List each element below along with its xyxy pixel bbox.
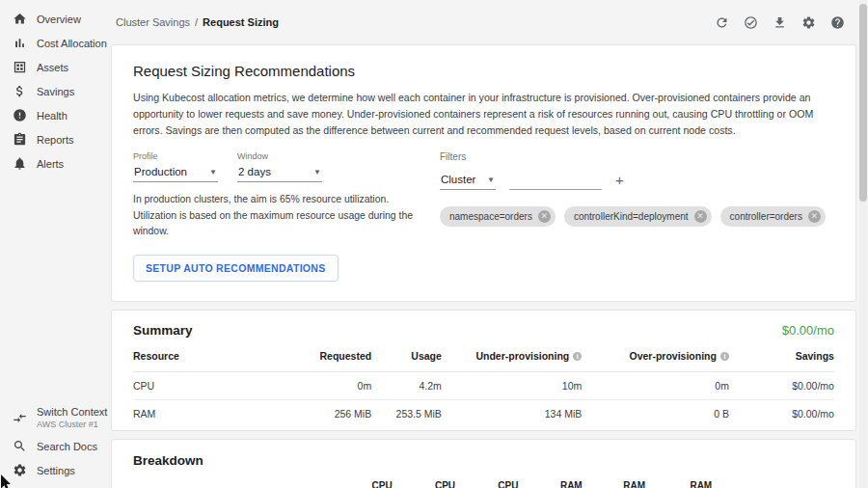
gear-icon[interactable] <box>801 15 816 30</box>
column-savings: Savings <box>729 350 834 362</box>
mouse-cursor <box>0 474 14 488</box>
summary-total-savings: $0.00/mo <box>782 323 834 338</box>
breadcrumb: Cluster Savings/Request Sizing <box>116 16 279 28</box>
summary-title: Summary <box>133 323 193 338</box>
bell-icon <box>13 156 27 171</box>
search-docs-label: Search Docs <box>37 441 97 452</box>
filters-section: Filters Cluster ▼ + namespace=orders ✕ <box>440 151 826 238</box>
download-icon[interactable] <box>773 15 787 30</box>
check-circle-icon[interactable] <box>744 15 758 30</box>
settings-label: Settings <box>37 465 75 476</box>
column-under-provisioning: Under-provisioningi <box>442 350 582 362</box>
breadcrumb-section[interactable]: Cluster Savings <box>116 16 190 28</box>
sidebar-item-health[interactable]: Health <box>0 103 106 127</box>
sidebar-item-overview[interactable]: Overview <box>0 7 106 31</box>
profile-label: Profile <box>133 151 218 161</box>
info-icon[interactable]: i <box>720 352 729 361</box>
sidebar-item-label: Reports <box>37 134 74 146</box>
sidebar-item-label: Overview <box>37 14 81 25</box>
close-icon[interactable]: ✕ <box>808 210 821 223</box>
chevron-down-icon: ▼ <box>209 168 217 176</box>
window-label: Window <box>237 151 322 161</box>
breakdown-title: Breakdown <box>133 453 834 468</box>
filter-chip: namespace=orders ✕ <box>440 206 556 227</box>
setup-auto-recommendations-button[interactable]: SETUP AUTO RECOMMENDATIONS <box>133 255 339 282</box>
sidebar-item-label: Health <box>37 110 68 122</box>
filter-value-input[interactable] <box>509 172 602 190</box>
summary-header-row: Resource Requested Usage Under-provision… <box>133 341 834 372</box>
breakdown-header-row: Container Cluster CPUusage CPUrequest CP… <box>133 475 834 488</box>
column-ram-usage: RAMusage <box>540 478 603 488</box>
refresh-icon[interactable] <box>715 15 729 30</box>
clipboard-icon <box>13 132 27 147</box>
profile-helper-text: In production clusters, the aim is 65% r… <box>133 192 424 238</box>
search-icon <box>13 439 27 453</box>
column-ram-recommended: RAMrecomm'd <box>665 478 736 488</box>
error-icon <box>13 108 27 122</box>
sidebar-item-savings[interactable]: Savings <box>0 79 106 103</box>
page-description: Using Kubecost allocation metrics, we de… <box>133 90 834 139</box>
close-icon[interactable]: ✕ <box>694 210 707 223</box>
dollar-icon <box>13 84 27 98</box>
sidebar-item-label: Cost Allocation <box>37 38 107 49</box>
main-content: Cluster Savings/Request Sizing Request S… <box>106 0 856 488</box>
filter-type-select[interactable]: Cluster ▼ <box>440 171 496 190</box>
profile-select[interactable]: Profile Production ▼ <box>133 151 218 182</box>
request-sizing-card: Request Sizing Recommendations Using Kub… <box>111 44 856 302</box>
current-cluster-label: AWS Cluster #1 <box>37 420 107 429</box>
help-icon[interactable] <box>830 15 845 30</box>
toolbar-icons <box>715 15 845 30</box>
sidebar-item-assets[interactable]: Assets <box>0 55 106 79</box>
sidebar-item-alerts[interactable]: Alerts <box>0 151 106 176</box>
filter-chips: namespace=orders ✕ controllerKind=deploy… <box>440 206 826 227</box>
sidebar-item-label: Assets <box>37 62 68 73</box>
sidebar-item-label: Alerts <box>37 158 64 170</box>
gear-icon <box>13 463 27 477</box>
breadcrumb-current: Request Sizing <box>203 16 279 28</box>
filters-label: Filters <box>440 151 826 162</box>
filter-chip: controller=orders ✕ <box>720 206 826 227</box>
sidebar-item-label: Savings <box>37 86 74 97</box>
sidebar-item-reports[interactable]: Reports <box>0 127 106 151</box>
column-cpu-recommended: CPUrecomm'd <box>476 478 539 488</box>
column-requested: Requested <box>287 350 371 362</box>
top-bar: Cluster Savings/Request Sizing <box>106 0 856 44</box>
sidebar-footer: Switch Context AWS Cluster #1 Search Doc… <box>0 401 106 482</box>
switch-context-label: Switch Context <box>37 406 107 418</box>
scrollbar-thumb[interactable] <box>859 4 867 202</box>
info-icon[interactable]: i <box>573 352 582 361</box>
sidebar-item-cost-allocation[interactable]: Cost Allocation <box>0 31 106 55</box>
column-cpu-usage: CPUusage <box>350 478 413 488</box>
plus-icon[interactable]: + <box>615 172 624 190</box>
grid-icon <box>13 60 27 74</box>
home-icon <box>13 12 27 26</box>
close-icon[interactable]: ✕ <box>538 210 551 223</box>
filter-chip: controllerKind=deployment ✕ <box>564 206 712 227</box>
switch-context-button[interactable]: Switch Context AWS Cluster #1 <box>0 401 106 434</box>
column-cpu-request: CPUrequest <box>414 478 476 488</box>
column-resource: Resource <box>133 350 287 362</box>
column-usage: Usage <box>371 350 442 362</box>
column-over-provisioning: Over-provisioningi <box>582 350 729 362</box>
bar-chart-icon <box>13 36 27 50</box>
summary-card: Summary $0.00/mo Resource Requested Usag… <box>111 310 856 431</box>
column-ram-request: RAMrequest <box>603 478 665 488</box>
chevron-down-icon: ▼ <box>487 176 495 184</box>
sidebar: Overview Cost Allocation Assets Savings … <box>0 0 106 488</box>
settings-button[interactable]: Settings <box>0 458 106 482</box>
search-docs-button[interactable]: Search Docs <box>0 434 106 458</box>
chevron-down-icon: ▼ <box>313 168 321 176</box>
compare-arrows-icon <box>13 411 27 425</box>
table-row[interactable]: CPU 0m 4.2m 10m 0m $0.00/mo <box>133 372 834 400</box>
window-select[interactable]: Window 2 days ▼ <box>237 151 322 182</box>
page-title: Request Sizing Recommendations <box>133 63 834 79</box>
table-row[interactable]: RAM 256 MiB 253.5 MiB 134 MiB 0 B $0.00/… <box>133 400 834 428</box>
breakdown-card: Breakdown Container Cluster CPUusage CPU… <box>111 439 856 488</box>
